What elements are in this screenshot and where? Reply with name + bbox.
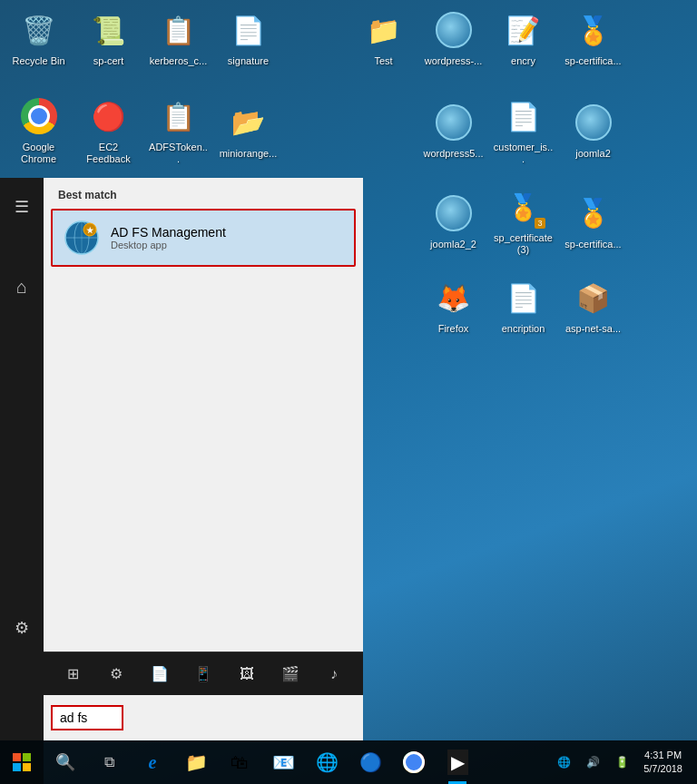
desktop-icon-encry[interactable]: 📝 encry — [489, 5, 557, 71]
quick-action-music[interactable]: ♪ — [316, 656, 352, 692]
quick-action-taskbar[interactable]: ⊞ — [54, 656, 91, 692]
desktop-icon-label: signature — [228, 55, 269, 67]
chrome-taskbar-icon — [403, 751, 425, 773]
taskbar-store[interactable]: 🛍 — [218, 740, 261, 784]
desktop-icon-label: joomla2_2 — [430, 239, 476, 250]
explorer-icon: 📁 — [185, 751, 208, 773]
desktop-icon-kerberos[interactable]: 📋 kerberos_c... — [144, 5, 212, 71]
taskbar-terminal[interactable]: ▶ — [436, 740, 479, 784]
quick-actions-bar: ⊞ ⚙ 📄 📱 🖼 🎬 ♪ — [44, 652, 363, 695]
ie-icon: e — [149, 752, 157, 773]
tray-date-text: 5/7/2018 — [643, 762, 682, 776]
desktop-icon-label: wordpress5... — [423, 148, 483, 160]
taskbar-ie[interactable]: e — [131, 740, 174, 784]
desktop-icon-label: sp_certificate (3) — [493, 232, 554, 256]
desktop-icon-label: Recycle Bin — [12, 55, 64, 67]
desktop-icon-label: sp-certifica... — [564, 239, 621, 250]
tray-clock[interactable]: 4:31 PM 5/7/2018 — [636, 749, 690, 777]
taskbar-explorer[interactable]: 📁 — [174, 740, 218, 784]
adfs-result-subtitle: Desktop app — [111, 240, 226, 250]
desktop-icon-signature[interactable]: 📄 signature — [214, 5, 282, 71]
taskview-icon: ⧉ — [104, 754, 114, 770]
desktop-icon-encription[interactable]: 📄 encription — [489, 272, 557, 338]
search-icon: 🔍 — [55, 752, 75, 772]
desktop-icon-wordpress[interactable]: wordpress-... — [419, 5, 487, 71]
svg-rect-6 — [13, 753, 21, 761]
desktop: 🗑️ Recycle Bin 📜 sp-cert 📋 kerberos_c...… — [0, 0, 697, 784]
adfs-result-text: AD FS Management Desktop app — [111, 225, 226, 250]
svg-text:★: ★ — [86, 226, 94, 235]
desktop-icon-label: joomla2 — [575, 148, 611, 160]
svg-rect-7 — [23, 753, 31, 761]
taskbar-app6[interactable]: 🔵 — [348, 740, 392, 784]
adfs-app-icon: ★ — [64, 220, 100, 256]
desktop-icon-sp-cert3[interactable]: 🏅 3 sp_certificate (3) — [489, 181, 557, 260]
tray-battery-icon[interactable]: 🔋 — [607, 740, 636, 784]
taskbar: 🔍 ⧉ e 📁 🛍 📧 🌐 — [0, 740, 697, 784]
home-button[interactable]: ⌂ — [0, 265, 44, 309]
adfs-result-title: AD FS Management — [111, 225, 226, 240]
desktop-icon-sp-certifica[interactable]: 🏅 sp-certifica... — [559, 5, 627, 71]
start-menu-sidebar: ☰ ⌂ ⚙ — [0, 178, 44, 740]
taskbar-photos[interactable]: 🌐 — [305, 740, 348, 784]
desktop-icon-label: Test — [374, 55, 392, 67]
desktop-icon-adfstoken[interactable]: 📋 ADFSToken... — [144, 91, 212, 169]
store-icon: 🛍 — [231, 752, 249, 773]
taskbar-taskview-button[interactable]: ⧉ — [87, 740, 131, 784]
best-match-heading: Best match — [51, 185, 356, 209]
search-input[interactable] — [51, 705, 123, 730]
terminal-icon: ▶ — [447, 750, 468, 775]
quick-action-tablet[interactable]: 📱 — [185, 656, 221, 692]
search-bar-area — [44, 695, 363, 740]
adfs-icon-svg: ★ — [64, 220, 99, 255]
desktop-icon-chrome[interactable]: Google Chrome — [5, 91, 73, 169]
desktop-icon-joomla2-2[interactable]: joomla2_2 — [419, 181, 487, 260]
desktop-icon-label: customer_is... — [493, 142, 554, 165]
settings-button[interactable]: ⚙ — [0, 606, 44, 650]
taskbar-tray: 🌐 🔊 🔋 4:31 PM 5/7/2018 — [549, 740, 697, 784]
desktop-icon-joomla2[interactable]: joomla2 — [559, 91, 627, 169]
mail-icon: 📧 — [272, 751, 295, 773]
taskbar-apps: e 📁 🛍 📧 🌐 🔵 — [131, 740, 549, 784]
desktop-icon-recycle-bin[interactable]: 🗑️ Recycle Bin — [5, 5, 73, 71]
app6-icon: 🔵 — [359, 751, 382, 773]
hamburger-menu-button[interactable]: ☰ — [0, 185, 44, 229]
quick-action-settings[interactable]: ⚙ — [98, 656, 134, 692]
desktop-icon-firefox[interactable]: 🦊 Firefox — [419, 272, 487, 338]
desktop-icon-label: ADFSToken... — [148, 142, 209, 165]
start-button[interactable] — [0, 740, 44, 784]
taskbar-mail[interactable]: 📧 — [261, 740, 305, 784]
tray-network-icon[interactable]: 🌐 — [549, 740, 578, 784]
desktop-icon-label: Google Chrome — [8, 142, 69, 165]
desktop-icon-label: asp-net-sa... — [565, 323, 621, 335]
desktop-icon-wordpress5[interactable]: wordpress5... — [419, 91, 487, 169]
desktop-icon-ec2[interactable]: 🔴 EC2 Feedback — [74, 91, 142, 169]
search-result-adfs[interactable]: ★ AD FS Management Desktop app — [51, 209, 356, 267]
quick-action-image[interactable]: 🖼 — [229, 656, 265, 692]
desktop-icon-test[interactable]: 📁 Test — [349, 5, 417, 71]
tray-volume-icon[interactable]: 🔊 — [578, 740, 607, 784]
desktop-icon-aspnet[interactable]: 📦 asp-net-sa... — [559, 272, 627, 338]
desktop-icon-label: Firefox — [438, 323, 469, 335]
desktop-icon-label: EC2 Feedback — [78, 142, 139, 165]
desktop-icon-sp-cert[interactable]: 📜 sp-cert — [74, 5, 142, 71]
quick-action-video[interactable]: 🎬 — [272, 656, 309, 692]
taskbar-chrome[interactable] — [392, 740, 436, 784]
quick-action-document[interactable]: 📄 — [142, 656, 178, 692]
desktop-icon-label: wordpress-... — [425, 55, 483, 67]
windows-logo-icon — [13, 753, 31, 771]
desktop-icon-label: encry — [511, 55, 535, 67]
start-menu: ☰ ⌂ ⚙ Best match — [0, 178, 363, 740]
desktop-icon-label: kerberos_c... — [150, 55, 208, 67]
search-results-panel: Best match ★ AD FS Management — [44, 178, 363, 695]
desktop-icon-label: encription — [502, 323, 545, 335]
svg-rect-8 — [13, 763, 21, 771]
desktop-icon-sp-certifica2[interactable]: 🏅 sp-certifica... — [559, 181, 627, 260]
photos-icon: 🌐 — [316, 751, 339, 773]
tray-time-text: 4:31 PM — [644, 749, 682, 762]
taskbar-search-button[interactable]: 🔍 — [44, 740, 87, 784]
desktop-icon-label: miniorange... — [220, 148, 278, 160]
desktop-icon-customer[interactable]: 📄 customer_is... — [489, 91, 557, 169]
desktop-icon-miniorange[interactable]: 📂 miniorange... — [214, 91, 282, 169]
desktop-icon-label: sp-certifica... — [564, 55, 621, 67]
